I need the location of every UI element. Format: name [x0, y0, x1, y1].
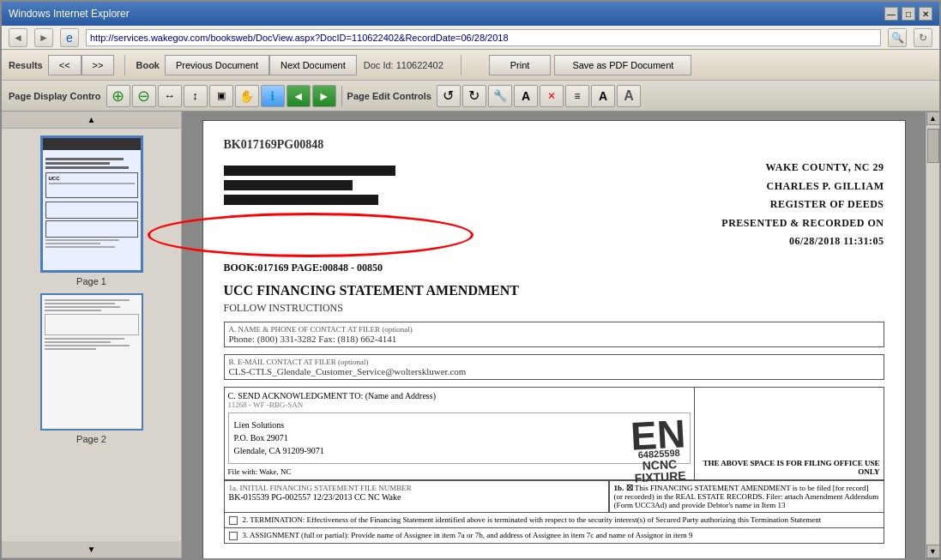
- thumb-container: UCC Page 1: [2, 129, 181, 541]
- info-button[interactable]: ℹ: [261, 85, 285, 107]
- thumbnail-page-1[interactable]: UCC Page 1: [40, 135, 143, 286]
- item-3-row: 3. ASSIGNMENT (full or partial): Provide…: [224, 528, 884, 544]
- doc-subtitle: FOLLOW INSTRUCTIONS: [224, 302, 884, 315]
- prev-page-ctrl-button[interactable]: ◄: [287, 85, 311, 107]
- zoom-in-button[interactable]: ⊕: [106, 85, 130, 107]
- black-bars: [224, 166, 395, 205]
- zoom-out-button[interactable]: ⊖: [132, 85, 156, 107]
- document-page: BK017169PG00848 WAKE COUNTY, NC 29 CHARL…: [202, 120, 906, 558]
- registry-line-2: CHARLES P. GILLIAM: [721, 178, 884, 196]
- section-a-row: A. NAME & PHONE OF CONTACT AT FILER (opt…: [224, 322, 884, 346]
- thumb-img-2: [40, 293, 143, 431]
- doc-viewer[interactable]: BK017169PG00848 WAKE COUNTY, NC 29 CHARL…: [182, 111, 926, 558]
- doc-id-label: Doc Id: 110622402: [357, 60, 450, 70]
- prev-page-button[interactable]: <<: [48, 55, 81, 75]
- black-bar-1: [224, 166, 395, 176]
- lines-button[interactable]: ≡: [565, 85, 589, 107]
- text-a3-button[interactable]: A: [617, 85, 641, 107]
- thumb-scroll-down[interactable]: ▼: [2, 541, 181, 558]
- footer-1b-text: This FINANCING STATEMENT AMENDMENT is to…: [614, 484, 879, 509]
- registry-line-4: PRESENTED & RECORDED ON: [721, 214, 884, 233]
- cross-button[interactable]: ✕: [540, 85, 564, 107]
- thumbnails-panel: ▲ UCC: [2, 111, 182, 558]
- text-a2-button[interactable]: A: [591, 85, 615, 107]
- maximize-button[interactable]: □: [902, 7, 915, 21]
- back-button[interactable]: ◄: [9, 28, 27, 47]
- display-controls-label: Page Display Contro: [9, 91, 101, 101]
- section-c-label: C. SEND ACKNOWLEDGMENT TO: (Name and Add…: [228, 391, 691, 400]
- thumb-scroll-up[interactable]: ▲: [2, 111, 181, 129]
- address-bar: ◄ ► e 🔍 ↻: [2, 26, 939, 50]
- wrench-button[interactable]: 🔧: [488, 85, 512, 107]
- ie-icon: e: [60, 28, 79, 47]
- prev-doc-button[interactable]: Previous Document: [165, 55, 269, 75]
- registry-line-1: WAKE COUNTY, NC 29: [721, 159, 884, 178]
- footer-1b: 1b. ☒ This FINANCING STATEMENT AMENDMENT…: [609, 481, 884, 512]
- close-button[interactable]: ✕: [919, 7, 932, 21]
- section-a-label: A. NAME & PHONE OF CONTACT AT FILER (opt…: [229, 325, 879, 334]
- save-pdf-button[interactable]: Save as PDF Document: [554, 55, 691, 75]
- forward-button[interactable]: ►: [34, 28, 53, 47]
- thumb-label-1: Page 1: [76, 276, 106, 286]
- rotate-left-button[interactable]: ↺: [437, 85, 461, 107]
- window-title: Windows Internet Explorer: [9, 8, 130, 20]
- next-doc-button[interactable]: Next Document: [269, 55, 357, 75]
- next-page-button[interactable]: >>: [81, 55, 115, 75]
- doc-title: UCC FINANCING STATEMENT AMENDMENT: [224, 283, 884, 298]
- lien-po: P.O. Box 29071: [234, 431, 685, 444]
- footer-1a-value: BK-015539 PG-002557 12/23/2013 CC NC Wak…: [229, 492, 604, 502]
- section-b-row: B. E-MAIL CONTACT AT FILER (optional) CL…: [224, 354, 884, 379]
- section-b-table: B. E-MAIL CONTACT AT FILER (optional) CL…: [224, 354, 884, 380]
- pan-button[interactable]: ✋: [235, 85, 259, 107]
- doc-scrollbar: ▲ ▼: [926, 111, 939, 558]
- lien-address-box: Lien Solutions P.O. Box 29071 Glendale, …: [228, 412, 691, 464]
- footer-1a: 1a. INITIAL FINANCING STATEMENT FILE NUM…: [225, 481, 609, 512]
- actual-size-button[interactable]: ▣: [209, 85, 233, 107]
- text-a-button[interactable]: A: [514, 85, 538, 107]
- scroll-down-arrow[interactable]: ▼: [926, 545, 940, 558]
- address-input[interactable]: [86, 29, 881, 46]
- book-label: Book: [136, 60, 160, 70]
- thumb-img-1: UCC: [40, 135, 143, 273]
- section-c-ref: 11268 - WF -BBG-SAN: [228, 400, 691, 409]
- section-a-cell: A. NAME & PHONE OF CONTACT AT FILER (opt…: [224, 322, 884, 346]
- lien-city: Glendale, CA 91209-9071: [234, 444, 685, 457]
- thumbnail-page-2[interactable]: Page 2: [40, 293, 143, 444]
- page-controls-toolbar: Page Display Contro ⊕ ⊖ ↔ ↕ ▣ ✋ ℹ ◄ ► Pa…: [2, 81, 939, 111]
- item-3-text: 3. ASSIGNMENT (full or partial): Provide…: [243, 531, 693, 540]
- search-button[interactable]: 🔍: [888, 28, 907, 47]
- main-content: ▲ UCC: [2, 111, 939, 558]
- book-section: Book Previous Document Next Document Doc…: [136, 55, 461, 75]
- black-bar-2: [224, 180, 353, 190]
- bk-number: BK017169PG00848: [224, 138, 884, 152]
- black-bar-3: [224, 195, 378, 205]
- footer-1b-label: 1b. ☒: [614, 484, 635, 492]
- refresh-button[interactable]: ↻: [914, 28, 932, 47]
- scroll-up-arrow[interactable]: ▲: [926, 111, 940, 125]
- en-stamp: EN 64825598 NCNC FIXTURE: [630, 413, 688, 484]
- filing-office-space: THE ABOVE SPACE IS FOR FILING OFFICE USE…: [695, 388, 884, 479]
- section-b-value: CLS-CTLS_Glendale_Customer_Service@wolte…: [229, 366, 879, 376]
- next-page-ctrl-button[interactable]: ►: [312, 85, 336, 107]
- print-button[interactable]: Print: [489, 55, 552, 75]
- minimize-button[interactable]: —: [884, 7, 898, 21]
- doc-left-header: [224, 159, 395, 251]
- section-c-left: C. SEND ACKNOWLEDGMENT TO: (Name and Add…: [225, 388, 695, 479]
- title-bar: Windows Internet Explorer — □ ✕: [2, 2, 939, 26]
- rotate-right-button[interactable]: ↻: [462, 85, 486, 107]
- item-2-checkbox: [229, 516, 238, 525]
- footer-1a-label: 1a. INITIAL FINANCING STATEMENT FILE NUM…: [229, 484, 604, 492]
- results-label: Results: [9, 60, 43, 70]
- scroll-thumb[interactable]: [927, 129, 939, 163]
- thumb-label-2: Page 2: [76, 434, 106, 444]
- window-controls: — □ ✕: [884, 7, 932, 21]
- fit-width-button[interactable]: ↔: [158, 85, 182, 107]
- file-with: File with: Wake, NC: [228, 464, 691, 476]
- item-2-text: 2. TERMINATION: Effectiveness of the Fin…: [243, 515, 822, 525]
- fit-page-button[interactable]: ↕: [184, 85, 208, 107]
- footer-row-1: 1a. INITIAL FINANCING STATEMENT FILE NUM…: [224, 480, 884, 513]
- book-ref: BOOK:017169 PAGE:00848 - 00850: [224, 262, 884, 274]
- results-section: Results << >>: [9, 55, 125, 75]
- edit-controls-label: Page Edit Controls: [347, 91, 431, 101]
- lien-name: Lien Solutions: [234, 418, 685, 431]
